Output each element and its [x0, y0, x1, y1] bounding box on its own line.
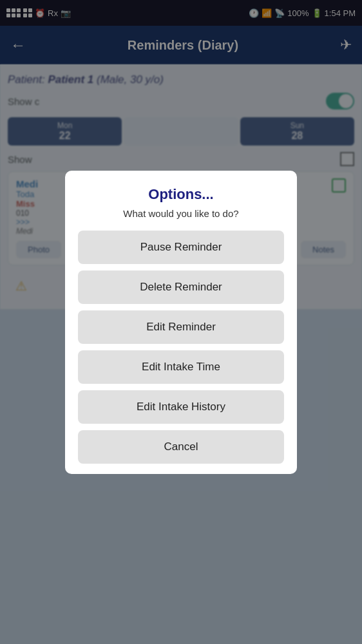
pause-reminder-button[interactable]: Pause Reminder: [78, 231, 284, 264]
modal-title: Options...: [148, 186, 213, 203]
cancel-button[interactable]: Cancel: [78, 430, 284, 464]
options-modal: Options... What would you like to do? Pa…: [65, 171, 297, 474]
delete-reminder-button[interactable]: Delete Reminder: [78, 270, 284, 304]
modal-subtitle: What would you like to do?: [123, 208, 238, 219]
edit-reminder-button[interactable]: Edit Reminder: [78, 310, 284, 344]
edit-intake-time-button[interactable]: Edit Intake Time: [78, 350, 284, 384]
modal-overlay[interactable]: Options... What would you like to do? Pa…: [0, 0, 362, 644]
edit-intake-history-button[interactable]: Edit Intake History: [78, 390, 284, 424]
